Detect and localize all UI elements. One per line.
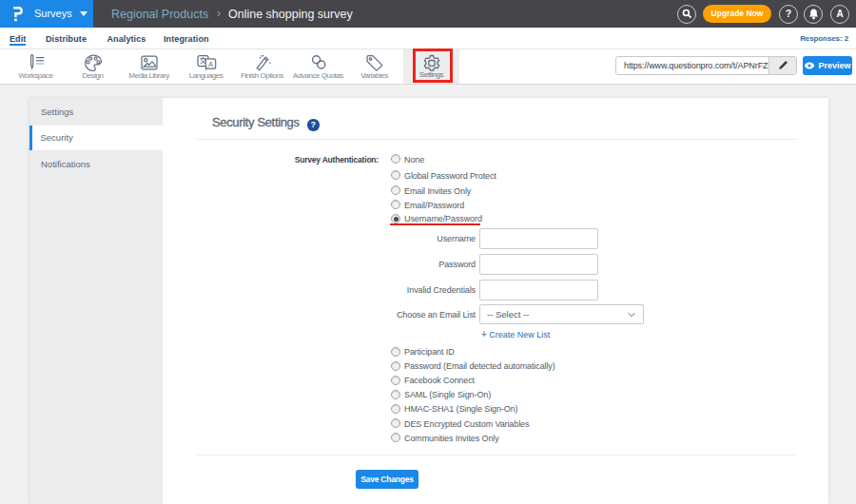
svg-text:A: A <box>208 60 213 68</box>
